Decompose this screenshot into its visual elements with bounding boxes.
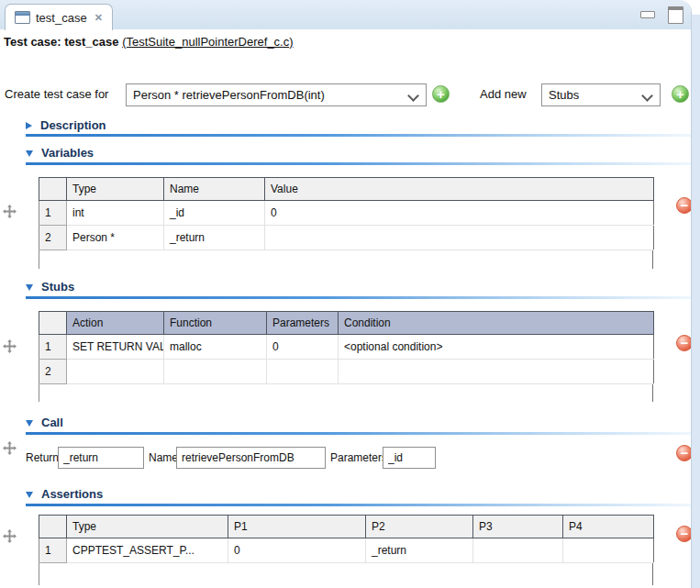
section-rule bbox=[26, 162, 691, 165]
remove-variables-button[interactable]: − bbox=[676, 197, 692, 214]
table-row: 1 CPPTEST_ASSERT_P... 0 _return bbox=[39, 538, 654, 563]
corner-cell bbox=[39, 312, 67, 335]
cell-value[interactable]: 0 bbox=[265, 201, 654, 226]
expanded-triangle-icon bbox=[26, 420, 33, 427]
section-call[interactable]: Call bbox=[26, 416, 63, 429]
row-number[interactable]: 2 bbox=[39, 360, 67, 384]
column-header[interactable]: P3 bbox=[473, 516, 563, 538]
cell-type[interactable]: Person * bbox=[67, 226, 164, 250]
section-assertions[interactable]: Assertions bbox=[26, 487, 103, 501]
column-header[interactable]: Value bbox=[265, 178, 654, 201]
column-header[interactable]: Type bbox=[67, 178, 164, 201]
cell-action[interactable] bbox=[67, 360, 164, 384]
section-stubs-title: Stubs bbox=[41, 280, 74, 294]
table-empty-area bbox=[39, 250, 653, 269]
move-handle-icon[interactable] bbox=[3, 339, 17, 353]
variables-header-row: Type Name Value bbox=[39, 178, 654, 201]
cell-function[interactable] bbox=[164, 360, 267, 384]
row-number[interactable]: 1 bbox=[39, 538, 67, 563]
column-header[interactable]: Name bbox=[164, 178, 265, 201]
table-row: 1 SET RETURN VALUE malloc 0 <optional co… bbox=[39, 335, 654, 360]
page-title: Test case: test_case (TestSuite_nullPoin… bbox=[4, 35, 294, 49]
section-variables-title: Variables bbox=[41, 146, 94, 160]
tab-bar: test_case ✕ bbox=[0, 0, 691, 29]
cell-parameters[interactable]: 0 bbox=[267, 335, 339, 360]
corner-cell bbox=[39, 516, 67, 538]
assertions-header-row: Type P1 P2 P3 P4 bbox=[39, 516, 654, 538]
expanded-triangle-icon bbox=[26, 284, 33, 291]
editor-window: test_case ✕ Test case: test_case (TestSu… bbox=[0, 0, 700, 588]
remove-stubs-button[interactable]: − bbox=[676, 335, 692, 351]
return-input[interactable] bbox=[58, 447, 144, 469]
stubs-table: Action Function Parameters Condition 1 S… bbox=[39, 311, 654, 402]
move-handle-icon[interactable] bbox=[3, 441, 17, 455]
cell-condition[interactable] bbox=[339, 360, 654, 384]
row-number[interactable]: 1 bbox=[39, 335, 67, 360]
column-header[interactable]: P1 bbox=[228, 516, 366, 538]
section-description[interactable]: Description bbox=[26, 118, 106, 132]
section-description-title: Description bbox=[40, 118, 106, 132]
cell-action[interactable]: SET RETURN VALUE bbox=[67, 335, 164, 360]
cell-value[interactable] bbox=[265, 226, 654, 250]
minimize-icon[interactable] bbox=[640, 11, 655, 18]
row-number[interactable]: 2 bbox=[39, 226, 67, 250]
chevron-down-icon bbox=[407, 90, 419, 102]
remove-assertions-button[interactable]: − bbox=[676, 526, 692, 542]
section-rule bbox=[26, 296, 691, 299]
column-header[interactable]: Condition bbox=[339, 312, 654, 335]
cell-name[interactable]: _return bbox=[164, 226, 265, 250]
cell-function[interactable]: malloc bbox=[164, 335, 267, 360]
create-test-case-dropdown[interactable]: Person * retrievePersonFromDB(int) bbox=[126, 83, 427, 106]
cell-p4[interactable] bbox=[563, 538, 654, 563]
variables-table: Type Name Value 1 int _id 0 2 Person * _… bbox=[39, 177, 654, 269]
remove-call-button[interactable]: − bbox=[676, 445, 692, 461]
section-variables[interactable]: Variables bbox=[26, 146, 94, 160]
cell-p3[interactable] bbox=[473, 538, 563, 563]
cell-type[interactable]: int bbox=[67, 201, 164, 226]
section-assertions-title: Assertions bbox=[41, 487, 103, 501]
cell-condition[interactable]: <optional condition> bbox=[339, 335, 654, 360]
table-empty-area bbox=[39, 384, 653, 402]
close-icon[interactable]: ✕ bbox=[94, 12, 103, 24]
column-header[interactable]: P2 bbox=[366, 516, 473, 538]
expanded-triangle-icon bbox=[26, 492, 33, 498]
parameters-label: Parameters bbox=[330, 450, 387, 465]
section-call-title: Call bbox=[41, 416, 63, 429]
chevron-down-icon bbox=[641, 90, 653, 102]
assertions-table: Type P1 P2 P3 P4 1 CPPTEST_ASSERT_P... 0… bbox=[39, 515, 654, 585]
add-new-add-button[interactable]: + bbox=[672, 85, 689, 103]
move-handle-icon[interactable] bbox=[3, 529, 17, 543]
column-header[interactable]: Action bbox=[67, 312, 164, 335]
column-header[interactable]: Function bbox=[164, 312, 267, 335]
name-label: Name bbox=[149, 450, 178, 465]
test-suite-link[interactable]: (TestSuite_nullPointerDeref_c.c) bbox=[122, 35, 293, 49]
move-handle-icon[interactable] bbox=[3, 205, 17, 218]
row-number[interactable]: 1 bbox=[39, 201, 67, 226]
collapsed-triangle-icon bbox=[26, 122, 32, 129]
tab-test-case[interactable]: test_case ✕ bbox=[5, 4, 113, 30]
column-header[interactable]: P4 bbox=[563, 516, 654, 538]
cell-parameters[interactable] bbox=[267, 360, 339, 384]
tab-label: test_case bbox=[36, 11, 87, 25]
create-test-case-label: Create test case for bbox=[5, 87, 108, 102]
section-rule bbox=[26, 432, 691, 435]
maximize-icon[interactable] bbox=[668, 6, 683, 24]
cell-p1[interactable]: 0 bbox=[228, 538, 366, 563]
editor-icon bbox=[15, 11, 30, 24]
name-input[interactable] bbox=[176, 447, 326, 469]
section-stubs[interactable]: Stubs bbox=[26, 280, 74, 294]
parameters-input[interactable] bbox=[383, 447, 436, 469]
cell-name[interactable]: _id bbox=[164, 201, 265, 226]
stubs-header-row: Action Function Parameters Condition bbox=[39, 312, 654, 335]
section-rule bbox=[26, 134, 691, 137]
table-row: 1 int _id 0 bbox=[39, 201, 654, 226]
column-header[interactable]: Parameters bbox=[267, 312, 339, 335]
cell-p2[interactable]: _return bbox=[366, 538, 473, 563]
add-new-dropdown[interactable]: Stubs bbox=[541, 83, 661, 106]
column-header[interactable]: Type bbox=[67, 516, 228, 538]
corner-cell bbox=[39, 178, 67, 201]
return-label: Return bbox=[26, 450, 59, 465]
table-empty-area bbox=[39, 563, 653, 585]
cell-type[interactable]: CPPTEST_ASSERT_P... bbox=[67, 538, 228, 563]
create-test-case-add-button[interactable]: + bbox=[432, 85, 450, 103]
